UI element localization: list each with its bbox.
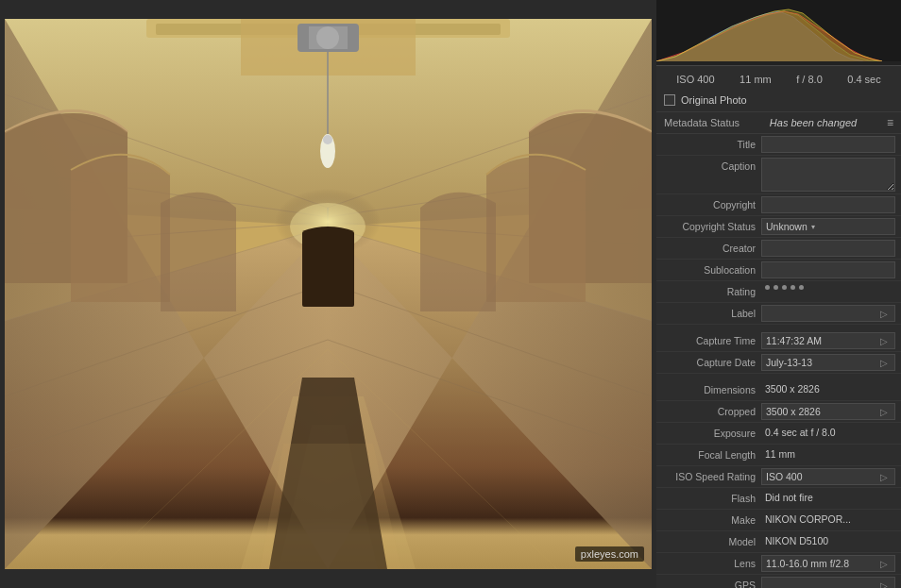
capture-time-row: Capture Time 11:47:32 AM ▷	[656, 330, 901, 352]
capture-date-row: Capture Date July-13-13 ▷	[656, 352, 901, 374]
exif-shutter: 0.4 sec	[847, 74, 880, 85]
label-row: Label ▷	[656, 303, 901, 325]
lens-value: 11.0-16.0 mm f/2.8	[766, 558, 849, 569]
sublocation-row: Sublocation	[656, 260, 901, 281]
sublocation-label: Sublocation	[662, 261, 761, 276]
make-value: NIKON CORPOR...	[761, 512, 895, 529]
copyright-status-label: Copyright Status	[662, 218, 761, 232]
lens-label: Lens	[662, 555, 761, 569]
gps-icon[interactable]: ▷	[877, 580, 891, 589]
capture-date-label: Capture Date	[662, 354, 761, 368]
original-photo-checkbox[interactable]	[664, 94, 675, 106]
copyright-status-row: Copyright Status Unknown ▾	[656, 216, 901, 238]
rating-dot-2[interactable]	[774, 285, 778, 290]
right-panel: ISO 400 11 mm f / 8.0 0.4 sec Original P…	[656, 0, 901, 588]
photo-container: pxleyes.com	[5, 19, 652, 569]
exif-aperture: f / 8.0	[796, 74, 823, 85]
caption-row: Caption	[656, 156, 901, 194]
original-photo-label: Original Photo	[681, 94, 747, 106]
make-label: Make	[662, 512, 761, 526]
flash-value: Did not fire	[761, 490, 895, 507]
panel-menu-icon[interactable]: ≡	[887, 116, 893, 129]
gps-field: ▷	[761, 577, 895, 588]
model-label: Model	[662, 533, 761, 547]
title-label: Title	[662, 136, 761, 150]
label-label: Label	[662, 305, 761, 319]
sublocation-field[interactable]	[761, 261, 895, 278]
label-icon[interactable]: ▷	[877, 309, 891, 319]
make-row: Make NIKON CORPOR...	[656, 510, 901, 531]
rating-dot-3[interactable]	[782, 285, 787, 290]
label-field[interactable]: ▷	[761, 305, 895, 322]
title-field[interactable]	[761, 136, 895, 153]
dimensions-label: Dimensions	[662, 381, 761, 395]
svg-point-22	[316, 26, 339, 49]
metadata-status-label: Metadata Status	[664, 117, 740, 128]
metadata-status-row: Metadata Status Has been changed ≡	[656, 112, 901, 134]
svg-rect-36	[302, 231, 354, 307]
lens-row: Lens 11.0-16.0 mm f/2.8 ▷	[656, 553, 901, 575]
rating-dot-4[interactable]	[790, 285, 795, 290]
capture-time-field: 11:47:32 AM ▷	[761, 332, 895, 349]
iso-row: ISO Speed Rating ISO 400 ▷	[656, 466, 901, 488]
caption-field[interactable]	[761, 158, 895, 192]
metadata-status-value: Has been changed	[770, 117, 857, 128]
model-row: Model NIKON D5100	[656, 531, 901, 553]
gps-row: GPS ▷	[656, 575, 901, 588]
rating-label: Rating	[662, 283, 761, 297]
copyright-field[interactable]	[761, 196, 895, 213]
dimensions-value: 3500 x 2826	[761, 381, 895, 398]
capture-time-icon[interactable]: ▷	[877, 336, 891, 346]
rating-dots	[765, 285, 892, 290]
iso-label: ISO Speed Rating	[662, 468, 761, 482]
cropped-value: 3500 x 2826	[766, 406, 821, 417]
cropped-icon[interactable]: ▷	[877, 407, 891, 417]
title-row: Title	[656, 134, 901, 156]
watermark: pxleyes.com	[575, 546, 644, 562]
exposure-value: 0.4 sec at f / 8.0	[761, 425, 895, 442]
rating-field[interactable]	[761, 283, 895, 300]
iso-icon[interactable]: ▷	[877, 472, 891, 482]
dimensions-row: Dimensions 3500 x 2826	[656, 379, 901, 401]
svg-point-25	[323, 135, 332, 144]
copyright-status-dropdown[interactable]: Unknown ▾	[761, 218, 895, 235]
cropped-label: Cropped	[662, 403, 761, 417]
iso-value: ISO 400	[766, 471, 803, 482]
capture-time-label: Capture Time	[662, 332, 761, 346]
exif-iso: ISO 400	[676, 74, 714, 85]
capture-date-value: July-13-13	[766, 357, 812, 368]
caption-label: Caption	[662, 158, 761, 172]
focal-length-row: Focal Length 11 mm	[656, 445, 901, 466]
rating-row: Rating	[656, 281, 901, 303]
copyright-row: Copyright	[656, 194, 901, 216]
rating-dot-5[interactable]	[799, 285, 804, 290]
exif-focal: 11 mm	[740, 74, 772, 85]
lens-field: 11.0-16.0 mm f/2.8 ▷	[761, 555, 895, 572]
capture-date-field: July-13-13 ▷	[761, 354, 895, 371]
metadata-panel: Metadata Status Has been changed ≡ Title…	[656, 112, 901, 588]
lens-icon[interactable]: ▷	[877, 559, 891, 569]
iso-field: ISO 400 ▷	[761, 468, 895, 485]
photo-panel: pxleyes.com	[0, 0, 656, 588]
exif-bar: ISO 400 11 mm f / 8.0 0.4 sec	[656, 65, 901, 92]
exposure-row: Exposure 0.4 sec at f / 8.0	[656, 423, 901, 445]
gps-label: GPS	[662, 577, 761, 588]
copyright-label: Copyright	[662, 196, 761, 210]
copyright-status-value: Unknown	[766, 221, 808, 232]
creator-field[interactable]	[761, 240, 895, 257]
capture-date-icon[interactable]: ▷	[877, 358, 891, 368]
focal-length-label: Focal Length	[662, 446, 761, 461]
focal-length-value: 11 mm	[761, 446, 895, 463]
capture-time-value: 11:47:32 AM	[766, 335, 822, 346]
cropped-field: 3500 x 2826 ▷	[761, 403, 895, 420]
histogram-area: ISO 400 11 mm f / 8.0 0.4 sec	[656, 0, 901, 88]
rating-dot-1[interactable]	[765, 285, 770, 290]
flash-row: Flash Did not fire	[656, 488, 901, 510]
creator-label: Creator	[662, 240, 761, 254]
exposure-label: Exposure	[662, 425, 761, 439]
flash-label: Flash	[662, 490, 761, 504]
creator-row: Creator	[656, 238, 901, 260]
model-value: NIKON D5100	[761, 533, 895, 550]
dropdown-arrow-icon: ▾	[811, 223, 815, 231]
cropped-row: Cropped 3500 x 2826 ▷	[656, 401, 901, 423]
